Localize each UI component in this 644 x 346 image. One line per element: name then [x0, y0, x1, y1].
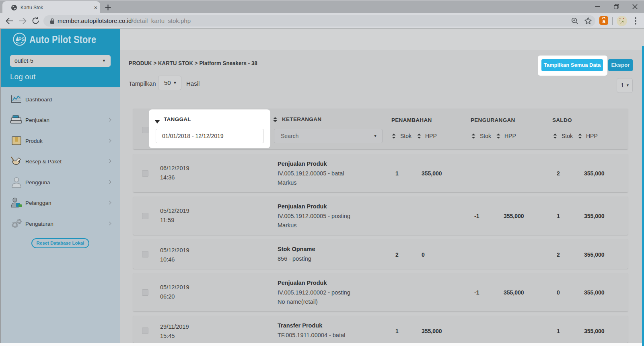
- svg-text:a: a: [602, 18, 605, 24]
- svg-text:PS: PS: [19, 37, 25, 42]
